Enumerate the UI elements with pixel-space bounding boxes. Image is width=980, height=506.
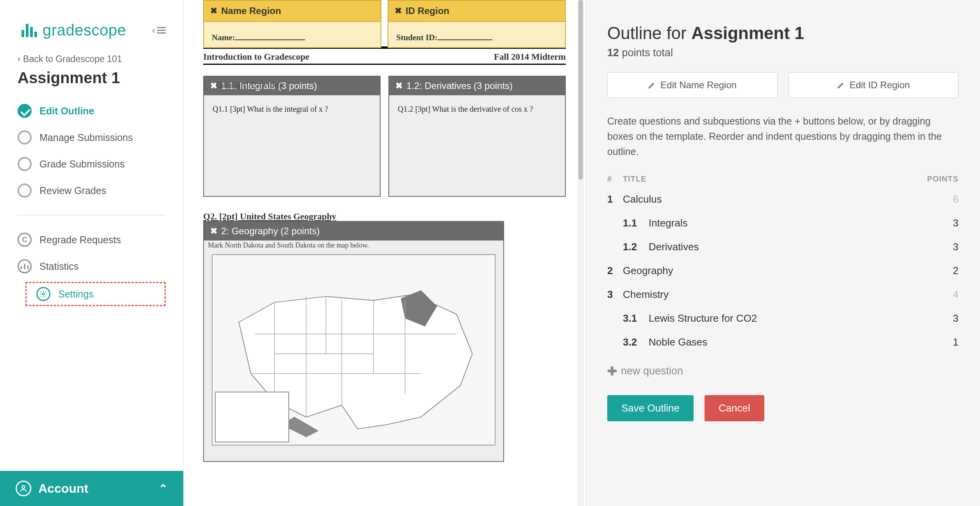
close-icon[interactable]: ✖ (210, 226, 217, 236)
row-title: Geography (623, 265, 912, 277)
edit-id-region-button[interactable]: Edit ID Region (789, 72, 959, 98)
outline-heading: Outline for Assignment 1 (607, 23, 959, 43)
q-overlay-label: 1.2: Derivatives (3 points) (406, 80, 513, 91)
step-review-grades[interactable]: Review Grades (18, 177, 172, 204)
id-field-label: Student ID: (396, 33, 438, 42)
stats-icon (18, 259, 32, 273)
row-title: Derivatives (649, 241, 912, 253)
cancel-button[interactable]: Cancel (705, 395, 764, 421)
outline-row[interactable]: 1 Calculus 6 (607, 187, 959, 211)
button-label: new question (621, 365, 683, 377)
assignment-title: Assignment 1 (0, 69, 183, 98)
sidebar: gradescope ‹ ‹ Back to Gradescope 101 As… (0, 0, 184, 506)
svg-point-1 (22, 486, 25, 488)
close-icon[interactable]: ✖ (395, 81, 402, 91)
row-num: 1.1 (623, 217, 649, 229)
q2-underlying-title: Q2. [2pt] United States Geography (203, 212, 566, 222)
heading-prefix: Outline for (607, 23, 691, 43)
outline-row[interactable]: 3.2 Noble Gases 1 (607, 330, 959, 354)
row-num: 1.2 (623, 241, 649, 253)
save-outline-button[interactable]: Save Outline (607, 395, 694, 421)
chevron-up-icon: ⌃ (159, 482, 168, 495)
help-text: Create questions and subquestions via th… (607, 114, 959, 159)
question-region-1-1[interactable]: Q1. [6pt] Calculus ✖ 1.1: Integrals (3 p… (203, 76, 381, 197)
step-edit-outline[interactable]: Edit Outline (18, 98, 172, 124)
step-label: Edit Outline (39, 105, 94, 117)
outline-panel: Outline for Assignment 1 12 points total… (585, 0, 980, 506)
outline-row[interactable]: 1.1 Integrals 3 (607, 211, 959, 235)
document-header: Introduction to Gradescope Fall 2014 Mid… (203, 46, 566, 62)
row-points: 1 (912, 336, 959, 348)
question-region-2[interactable]: ✖ 2: Geography (2 points) Mark North Dak… (203, 221, 504, 462)
us-map-image (212, 254, 495, 445)
logo-row: gradescope ‹ (0, 21, 183, 51)
outline-row[interactable]: 3 Chemistry 4 (607, 283, 959, 306)
chevron-left-icon: ‹ (152, 24, 156, 36)
pencil-icon (648, 81, 656, 89)
template-viewer[interactable]: ✖ Name Region Name: ✖ ID Region Student … (184, 0, 585, 506)
plus-icon: ✚ (607, 364, 617, 378)
collapse-sidebar-button[interactable]: ‹ (152, 24, 166, 36)
points-total: 12 points total (607, 47, 959, 59)
secondary-nav: C Regrade Requests Statistics Settings (0, 226, 183, 308)
regrade-icon: C (18, 233, 32, 247)
doc-hr (203, 64, 566, 65)
edit-name-region-button[interactable]: Edit Name Region (607, 72, 778, 98)
row-title: Calculus (623, 193, 912, 205)
account-bar[interactable]: Account ⌃ (0, 471, 183, 506)
logo-icon (21, 24, 37, 37)
underlying-q-title: Q1. [6pt] Calculus (216, 80, 283, 90)
menu-icon (157, 27, 166, 34)
outline-row[interactable]: 2 Geography 2 (607, 259, 959, 283)
row-title: Noble Gases (649, 336, 912, 348)
row-num: 3.1 (623, 312, 649, 324)
row-title: Lewis Structure for CO2 (649, 312, 912, 324)
q-body: Q1.2 [3pt] What is the derivative of cos… (389, 95, 565, 123)
user-icon (16, 481, 31, 496)
question-region-1-2[interactable]: ✖ 1.2: Derivatives (3 points) Q1.2 [3pt]… (388, 76, 566, 197)
outline-row[interactable]: 3.1 Lewis Structure for CO2 3 (607, 306, 959, 330)
new-question-button[interactable]: ✚ new question (607, 364, 959, 378)
step-label: Manage Submissions (39, 132, 133, 143)
divider (18, 215, 166, 216)
col-title: TITLE (623, 175, 912, 184)
nav-settings[interactable]: Settings (25, 282, 166, 306)
outline-list: 1 Calculus 6 1.1 Integrals 3 1.2 Derivat… (607, 187, 959, 354)
row-points: 3 (912, 217, 959, 229)
button-label: Edit ID Region (849, 80, 910, 91)
step-circle-icon (18, 157, 32, 171)
outline-table-header: # TITLE POINTS (607, 175, 959, 187)
nav-statistics[interactable]: Statistics (18, 253, 172, 280)
name-region-box[interactable]: ✖ Name Region Name: (203, 0, 381, 48)
step-label: Review Grades (39, 185, 106, 196)
points-suffix: points total (619, 47, 673, 59)
button-label: Edit Name Region (660, 80, 737, 91)
map-inset (215, 392, 289, 442)
brand-name: gradescope (43, 21, 126, 39)
row-num: 3.2 (623, 336, 649, 348)
nav-label: Statistics (39, 261, 79, 272)
nav-label: Settings (58, 289, 93, 300)
name-field-label: Name: (212, 33, 235, 42)
row-points: 4 (912, 289, 959, 301)
workflow-steps: Edit Outline Manage Submissions Grade Su… (0, 98, 183, 204)
id-region-box[interactable]: ✖ ID Region Student ID: (388, 0, 566, 48)
back-link[interactable]: ‹ Back to Gradescope 101 (0, 51, 183, 69)
nav-label: Regrade Requests (39, 234, 121, 246)
step-grade-submissions[interactable]: Grade Submissions (18, 151, 172, 177)
step-circle-icon (18, 184, 32, 198)
col-points: POINTS (912, 175, 959, 184)
outline-row[interactable]: 1.2 Derivatives 3 (607, 235, 959, 259)
account-label: Account (38, 481, 88, 496)
step-manage-submissions[interactable]: Manage Submissions (18, 124, 172, 151)
row-points: 6 (912, 193, 959, 205)
pencil-icon (837, 81, 845, 89)
row-points: 2 (912, 265, 959, 277)
q2-instruction: Mark North Dakota and South Dakota on th… (204, 241, 503, 252)
q-body: Q1.1 [3pt] What is the integral of x ? (204, 95, 380, 123)
nav-regrade-requests[interactable]: C Regrade Requests (18, 226, 172, 253)
close-icon[interactable]: ✖ (210, 6, 217, 16)
row-points: 3 (912, 312, 959, 324)
close-icon[interactable]: ✖ (395, 6, 402, 16)
step-label: Grade Submissions (39, 159, 125, 170)
